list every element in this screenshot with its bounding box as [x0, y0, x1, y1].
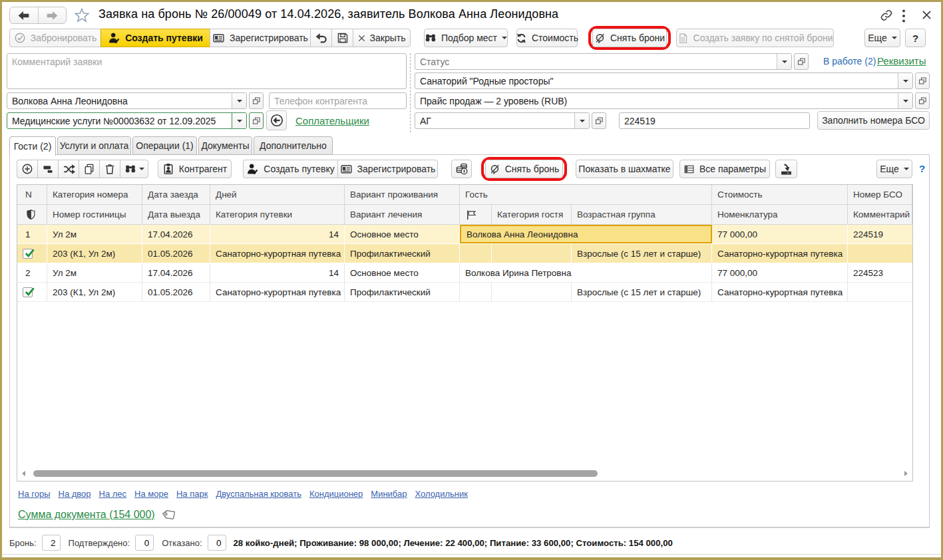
- col-guest-category-header[interactable]: Категория гостя: [492, 205, 572, 224]
- col-departure-header[interactable]: Дата выезда: [142, 205, 210, 224]
- all-params-button[interactable]: Все параметры: [679, 160, 770, 178]
- series-open-button[interactable]: [592, 112, 606, 129]
- feature-link[interactable]: Холодильник: [415, 489, 467, 499]
- cell-flag[interactable]: [460, 283, 492, 301]
- tab-documents[interactable]: Документы: [198, 136, 252, 155]
- save-button[interactable]: [331, 29, 353, 47]
- status-dropdown-button[interactable]: [777, 54, 791, 69]
- agreement-open-button[interactable]: [249, 112, 264, 129]
- table-row[interactable]: 1 Ул 2м 17.04.2026 14 Основное место Вол…: [17, 225, 912, 244]
- cell-bso[interactable]: 224519: [848, 225, 912, 243]
- hotel-dropdown-button[interactable]: [898, 73, 912, 88]
- back-button[interactable]: [10, 7, 38, 23]
- tab-additional[interactable]: Дополнительно: [254, 136, 333, 155]
- unbook-row-button[interactable]: Снять бронь: [485, 160, 563, 178]
- cell-age-group[interactable]: Взрослые (с 15 лет и старше): [572, 283, 712, 301]
- fill-button[interactable]: [775, 160, 797, 178]
- document-sum-link[interactable]: Сумма документа (154 000): [18, 509, 155, 521]
- status-open-button[interactable]: [794, 53, 809, 70]
- recalc-cost-button[interactable]: [451, 160, 472, 178]
- cell-cost[interactable]: 77 000,00: [712, 225, 848, 243]
- cell-comment[interactable]: [848, 283, 912, 301]
- feature-link[interactable]: На двор: [59, 489, 91, 499]
- shield-column-header[interactable]: [17, 205, 47, 224]
- close-button[interactable]: Закрыть: [353, 29, 411, 47]
- cell-departure[interactable]: 01.05.2026: [142, 283, 210, 301]
- cell-days[interactable]: 14: [210, 263, 345, 282]
- fill-bso-button[interactable]: Заполнить номера БСО: [817, 111, 930, 130]
- request-comment-textarea[interactable]: [7, 53, 407, 89]
- forward-button[interactable]: [38, 7, 67, 23]
- cell-room-category[interactable]: Ул 2м: [47, 225, 142, 243]
- price-dropdown-button[interactable]: [898, 93, 912, 108]
- series-input[interactable]: [415, 113, 574, 128]
- create-vouchers-button[interactable]: Создать путевки: [100, 29, 210, 47]
- bso-number-input[interactable]: [619, 112, 810, 129]
- cell-stay-variant[interactable]: Основное место: [345, 225, 460, 243]
- requisites-link[interactable]: Реквизиты: [877, 55, 926, 67]
- cell-n[interactable]: 2: [17, 263, 47, 282]
- get-link-icon[interactable]: [880, 9, 893, 22]
- feature-link[interactable]: Кондиционер: [309, 489, 363, 499]
- table-more-button[interactable]: Еще: [876, 160, 912, 178]
- col-comment-header[interactable]: Комментарий: [848, 205, 912, 224]
- col-treatment-header[interactable]: Вариант лечения: [345, 205, 460, 224]
- cell-guest-selected[interactable]: Волкова Анна Леонидовна: [460, 225, 712, 243]
- table-row[interactable]: 203 (К1, Ул 2м) 01.05.2026 Санаторно-кур…: [17, 283, 912, 302]
- scroll-right-arrow-icon[interactable]: [904, 471, 908, 476]
- col-room-header[interactable]: Номер гостиницы: [47, 205, 142, 224]
- phone-input[interactable]: [269, 92, 407, 109]
- cell-days[interactable]: 14: [210, 225, 345, 243]
- copayers-back-button[interactable]: [266, 110, 287, 130]
- applicant-open-button[interactable]: [249, 92, 264, 109]
- flag-column-header[interactable]: [460, 205, 492, 224]
- cell-n[interactable]: 1: [17, 225, 47, 243]
- in-progress-status[interactable]: В работе (2): [823, 56, 876, 67]
- cell-room-category[interactable]: Ул 2м: [47, 263, 142, 282]
- tab-services[interactable]: Услуги и оплата: [57, 136, 131, 155]
- shuffle-button[interactable]: [58, 160, 79, 178]
- col-n-header[interactable]: N: [17, 185, 47, 204]
- seat-selection-button[interactable]: Подбор мест: [424, 29, 508, 47]
- cell-departure[interactable]: 01.05.2026: [142, 244, 210, 263]
- show-in-chart-button[interactable]: Показать в шахматке: [576, 160, 673, 178]
- form-splitter[interactable]: [410, 53, 411, 132]
- table-help-link[interactable]: ?: [919, 163, 925, 174]
- cell-arrival[interactable]: 17.04.2026: [142, 263, 210, 282]
- col-voucher-category-header[interactable]: Категория путевки: [210, 205, 345, 224]
- unbook-button[interactable]: Снять брони: [592, 29, 667, 47]
- status-input[interactable]: [415, 54, 777, 69]
- scrollbar-thumb[interactable]: [33, 470, 598, 477]
- copayers-link[interactable]: Соплательщики: [295, 115, 369, 126]
- agreement-dropdown-button[interactable]: [232, 113, 246, 128]
- cell-nomenclature[interactable]: Санаторно-курортная путевка: [712, 283, 848, 301]
- cell-arrival[interactable]: 17.04.2026: [142, 225, 210, 243]
- agreement-input[interactable]: [7, 113, 232, 128]
- col-cost-header[interactable]: Стоимость: [712, 185, 848, 204]
- cell-comment[interactable]: [848, 244, 912, 263]
- cell-guest[interactable]: Волкова Ирина Петровна: [460, 263, 712, 282]
- kebab-menu-icon[interactable]: [902, 9, 907, 22]
- tab-guests[interactable]: Гости (2): [9, 136, 56, 156]
- applicant-dropdown-button[interactable]: [232, 93, 246, 108]
- table-row[interactable]: 2 Ул 2м 17.04.2026 14 Основное место Вол…: [17, 263, 912, 283]
- cell-voucher-category[interactable]: Санаторно-курортная путевка: [210, 283, 345, 301]
- cell-flag[interactable]: [460, 244, 492, 263]
- counterparty-button[interactable]: Контрагент: [158, 160, 232, 178]
- price-open-button[interactable]: [915, 92, 930, 109]
- search-button[interactable]: [120, 160, 148, 178]
- col-guest-header[interactable]: Гость: [460, 185, 712, 204]
- col-days-header[interactable]: Дней: [210, 185, 345, 204]
- more-button[interactable]: Еще: [864, 29, 900, 47]
- hotel-input[interactable]: [415, 73, 898, 88]
- cell-voucher-category[interactable]: Санаторно-курортная путевка: [210, 244, 345, 263]
- add-row-button[interactable]: [17, 160, 37, 178]
- book-button[interactable]: Забронировать: [9, 29, 100, 47]
- create-voucher-button[interactable]: Создать путевку: [243, 160, 337, 178]
- create-from-unbooked-button[interactable]: Создать заявку по снятой брони: [676, 29, 834, 47]
- col-bso-header[interactable]: Номер БСО: [848, 185, 912, 204]
- feature-link[interactable]: На море: [134, 489, 168, 499]
- feature-link[interactable]: Двуспальная кровать: [216, 489, 301, 499]
- tab-operations[interactable]: Операции (1): [132, 136, 197, 155]
- cell-guest-category[interactable]: [492, 283, 572, 301]
